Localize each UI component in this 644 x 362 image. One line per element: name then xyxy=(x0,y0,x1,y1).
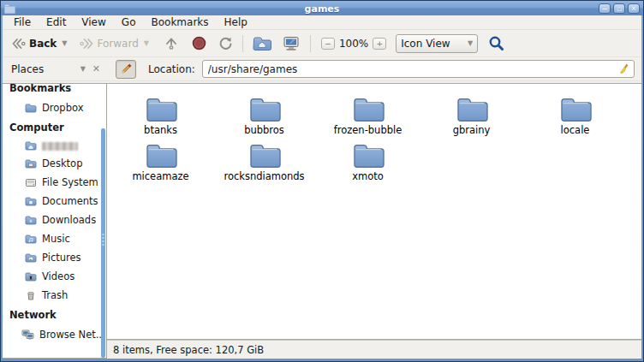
sidebar-item-file-system[interactable]: File System xyxy=(3,173,106,192)
menu-view[interactable]: View xyxy=(74,15,113,30)
clear-location-icon[interactable] xyxy=(618,62,631,75)
status-bar: 8 items, Free space: 120,7 GiB xyxy=(107,340,641,359)
menu-edit[interactable]: Edit xyxy=(39,15,74,30)
location-label: Location: xyxy=(148,63,195,75)
folder-icon xyxy=(145,96,177,122)
file-folder-miceamaze[interactable]: miceamaze xyxy=(109,140,212,182)
status-text: 8 items, Free space: 120,7 GiB xyxy=(113,344,264,356)
documents-folder-icon xyxy=(25,197,37,206)
sidebar-item-pictures[interactable]: Pictures xyxy=(3,248,106,267)
file-label: bubbros xyxy=(244,124,284,136)
title-bar: games − ▫ ✕ xyxy=(1,1,643,15)
sidebar-item-label: Pictures xyxy=(42,252,81,264)
sidebar-item-dropbox[interactable]: Dropbox xyxy=(3,98,106,117)
reload-icon xyxy=(218,36,233,50)
sidebar-header-network: Network xyxy=(3,305,106,325)
sidebar-item-label: Desktop xyxy=(42,157,82,169)
menu-bookmarks[interactable]: Bookmarks xyxy=(143,15,216,30)
forward-label: Forward xyxy=(98,38,139,50)
menu-file[interactable]: File xyxy=(6,15,39,30)
combo-chevron-icon: ▼ xyxy=(468,39,473,47)
downloads-folder-icon xyxy=(25,216,37,225)
folder-icon xyxy=(248,96,281,122)
view-mode-select[interactable]: Icon View ▼ xyxy=(396,34,478,53)
sidebar-header-bookmarks: Bookmarks xyxy=(3,83,106,98)
reload-button[interactable] xyxy=(215,33,236,53)
sidebar-item-downloads[interactable]: Downloads xyxy=(3,211,106,229)
zoom-out-button[interactable]: − xyxy=(321,38,335,50)
file-label: gbrainy xyxy=(453,124,491,136)
back-chevron-icon[interactable]: ▼ xyxy=(62,39,67,47)
sidebar-item-documents[interactable]: Documents xyxy=(3,192,106,211)
sidebar-item-videos[interactable]: Videos xyxy=(3,267,106,286)
sidebar-item-desktop[interactable]: Desktop xyxy=(3,154,106,173)
toolbar-separator xyxy=(242,35,243,52)
computer-button[interactable] xyxy=(278,33,304,54)
forward-chevron-icon[interactable]: ▼ xyxy=(144,39,149,47)
file-label: btanks xyxy=(144,124,177,136)
search-button[interactable] xyxy=(485,33,508,54)
pictures-folder-icon xyxy=(25,253,37,263)
sidebar-item-label: Browse Net... xyxy=(39,329,105,341)
location-input[interactable] xyxy=(202,60,635,78)
toolbar: Back ▼ Forward ▼ − 100% + xyxy=(3,30,641,57)
window-title: games xyxy=(1,3,643,15)
folder-icon xyxy=(25,104,37,113)
desktop-folder-icon xyxy=(25,159,37,169)
folder-icon xyxy=(145,142,177,169)
music-folder-icon xyxy=(25,234,37,244)
sidebar-header-computer: Computer xyxy=(3,117,106,138)
folder-icon xyxy=(248,142,281,169)
drive-icon xyxy=(25,178,37,187)
sidebar-item-label: Downloads xyxy=(42,214,96,226)
up-button[interactable] xyxy=(161,34,182,53)
places-label[interactable]: Places xyxy=(11,63,44,75)
menu-bar: File Edit View Go Bookmarks Help xyxy=(3,15,641,30)
sidebar-item-browse-network[interactable]: Browse Net... xyxy=(3,325,106,344)
zoom-in-button[interactable]: + xyxy=(373,38,386,50)
zoom-level: 100% xyxy=(339,38,368,50)
back-label: Back xyxy=(29,38,57,50)
stop-button[interactable] xyxy=(188,33,210,53)
menu-go[interactable]: Go xyxy=(114,15,144,30)
sidebar-item-label: Dropbox xyxy=(42,102,83,114)
up-icon xyxy=(164,37,178,50)
file-folder-gbrainy[interactable]: gbrainy xyxy=(420,94,523,136)
file-folder-btanks[interactable]: btanks xyxy=(109,94,212,136)
file-folder-frozen-bubble[interactable]: frozen-bubble xyxy=(316,94,420,136)
edit-location-toggle[interactable] xyxy=(116,60,136,79)
file-folder-rocksndiamonds[interactable]: rocksndiamonds xyxy=(212,140,316,182)
forward-icon xyxy=(80,38,94,50)
forward-button[interactable]: Forward ▼ xyxy=(76,35,152,52)
sidebar-item-label: Music xyxy=(42,233,70,245)
file-folder-bubbros[interactable]: bubbros xyxy=(212,94,316,136)
sidebar-item-trash[interactable]: Trash xyxy=(3,286,106,305)
places-chevron-icon[interactable]: ▼ xyxy=(80,65,86,73)
file-label: locale xyxy=(561,124,590,136)
file-label: rocksndiamonds xyxy=(224,170,304,182)
file-label: frozen-bubble xyxy=(334,124,402,136)
home-icon xyxy=(253,36,271,50)
window-body: Bookmarks Dropbox Computer Desktop File xyxy=(3,81,641,359)
redacted-username xyxy=(42,142,78,151)
file-folder-xmoto[interactable]: xmoto xyxy=(316,140,420,182)
search-icon xyxy=(488,35,504,51)
folder-icon xyxy=(559,96,592,122)
pencil-icon xyxy=(120,63,132,75)
home-button[interactable] xyxy=(249,33,275,53)
menu-help[interactable]: Help xyxy=(217,15,255,30)
icon-view[interactable]: btanks bubbros frozen-bubble gbrainy xyxy=(107,83,641,340)
network-icon xyxy=(21,329,34,340)
places-close-icon[interactable]: ✕ xyxy=(92,63,100,74)
back-button[interactable]: Back ▼ xyxy=(8,35,71,52)
folder-icon xyxy=(352,96,385,122)
stop-icon xyxy=(192,36,206,50)
places-sidebar: Bookmarks Dropbox Computer Desktop File xyxy=(3,83,107,359)
back-icon xyxy=(11,38,26,50)
file-folder-locale[interactable]: locale xyxy=(523,94,627,136)
toolbar-separator xyxy=(310,35,311,52)
sidebar-scrollbar[interactable] xyxy=(101,128,105,358)
sidebar-item-music[interactable]: Music xyxy=(3,229,106,248)
file-manager-window: games − ▫ ✕ File Edit View Go Bookmarks … xyxy=(0,0,644,362)
sidebar-item-home[interactable] xyxy=(3,138,106,154)
